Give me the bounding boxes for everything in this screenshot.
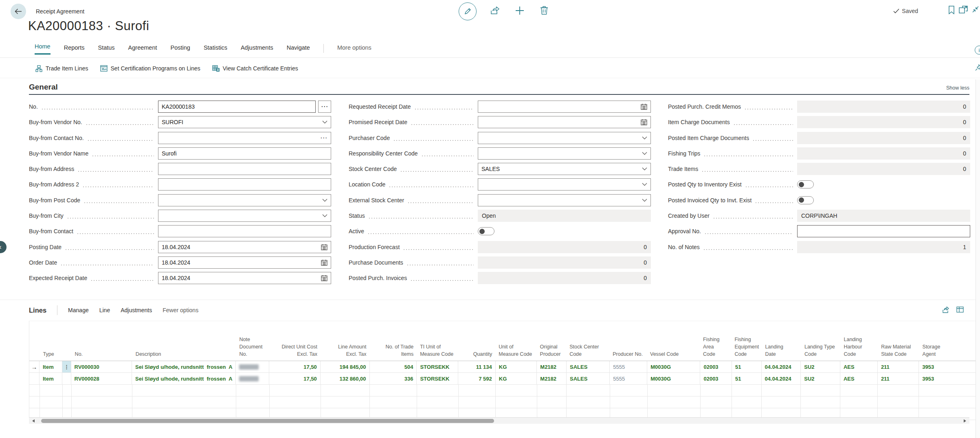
column-header-type[interactable]: Type	[40, 321, 63, 361]
field-input-buy-from-post-code[interactable]	[158, 194, 331, 206]
dropdown-glyph[interactable]	[642, 167, 647, 171]
cell-fishing_area[interactable]: 02003	[700, 373, 732, 384]
share-button[interactable]	[490, 6, 500, 15]
dropdown-glyph[interactable]	[322, 120, 327, 124]
field-input-buy-from-address[interactable]	[158, 163, 331, 175]
row-menu-cell[interactable]: ⋮	[62, 361, 71, 372]
cell-no[interactable]: RV000028	[71, 373, 132, 384]
cell-note-doc[interactable]	[236, 361, 269, 372]
tab-posting[interactable]: Posting	[171, 44, 190, 55]
cell-ti_uom[interactable]: STORSEKK	[417, 373, 458, 384]
cell-line_amount[interactable]: 132 860,00	[321, 373, 370, 384]
column-header-description[interactable]: Description	[132, 321, 236, 361]
lines-menu-adjustments[interactable]: Adjustments	[121, 307, 152, 313]
toggle-active[interactable]	[478, 227, 494, 235]
field-input-buy-from-vendor-no[interactable]: SUROFI	[158, 116, 331, 128]
field-value-posted-purch-credit-memos[interactable]: 0	[797, 101, 970, 113]
field-input-responsibility-center-code[interactable]	[478, 147, 651, 160]
field-value-purchase-documents[interactable]: 0	[478, 256, 651, 269]
collapse-pane-button[interactable]: ‹	[0, 241, 7, 253]
field-value-production-forecast[interactable]: 0	[478, 241, 651, 253]
column-header-producer_no[interactable]: Producer No.	[609, 321, 647, 361]
edit-button[interactable]	[459, 2, 477, 20]
field-value-posted-purch-invoices[interactable]: 0	[478, 272, 651, 284]
general-section-heading[interactable]: General	[29, 83, 58, 92]
vertical-scrollbar-track[interactable]	[976, 79, 980, 438]
field-input-order-date[interactable]: 18.04.2024	[158, 256, 331, 269]
field-input-purchaser-code[interactable]	[478, 132, 651, 144]
field-input-buy-from-city[interactable]	[158, 210, 331, 222]
ellipsis-icon[interactable]: ⋯	[320, 136, 327, 140]
cell-qty[interactable]: 7 592	[458, 373, 496, 384]
cell-unit_cost[interactable]: 17,50	[269, 373, 320, 384]
cell-description[interactable]: Sei Sløyd u/hode, rundsnitt frossen A	[132, 373, 236, 384]
column-header-stock_center[interactable]: Stock Center Code	[566, 321, 609, 361]
tab-navigate[interactable]: Navigate	[287, 44, 310, 55]
cell-qty[interactable]: 11 134	[458, 361, 496, 372]
cell-type[interactable]: Item	[40, 373, 62, 384]
assist-edit-button[interactable]: ⋯	[318, 101, 331, 113]
tab-statistics[interactable]: Statistics	[204, 44, 227, 55]
show-less-link[interactable]: Show less	[946, 85, 969, 91]
field-input-buy-from-contact-no[interactable]: ⋯	[158, 132, 331, 144]
toggle-posted-qty-to-inventory-exist[interactable]	[797, 180, 814, 188]
column-header-line_amount[interactable]: Line Amount Excl. Tax	[321, 321, 370, 361]
field-input-expected-receipt-date[interactable]: 18.04.2024	[158, 272, 331, 284]
cell-type[interactable]: Item	[40, 361, 62, 372]
field-input-location-code[interactable]	[478, 178, 651, 191]
field-value-fishing-trips[interactable]: 0	[797, 147, 970, 160]
share-lines-icon[interactable]	[942, 306, 949, 313]
cell-note-doc[interactable]	[236, 373, 269, 384]
column-header-raw_material_state[interactable]: Raw Material State Code	[878, 321, 919, 361]
cell-raw_material_state[interactable]: 211	[878, 361, 919, 372]
date-picker-button[interactable]	[321, 244, 327, 250]
cell-stock_center[interactable]: SALES	[567, 373, 610, 384]
new-button[interactable]	[515, 6, 525, 15]
field-value-no-of-notes[interactable]: 1	[797, 241, 970, 253]
field-value-item-charge-documents[interactable]: 0	[797, 116, 970, 128]
column-header-ti_uom[interactable]: TI Unit of Measure Code	[417, 321, 458, 361]
back-button[interactable]	[11, 4, 26, 19]
pin-icon[interactable]	[975, 64, 980, 71]
fewer-options-link[interactable]: Fewer options	[163, 307, 198, 313]
field-input-posting-date[interactable]: 18.04.2024	[158, 241, 331, 253]
column-header-orig_producer[interactable]: Original Producer	[537, 321, 567, 361]
bookmark-button[interactable]	[948, 6, 955, 14]
column-header-landing_date[interactable]: Landing Date	[762, 321, 801, 361]
cell-producer_no[interactable]: 5555	[610, 361, 647, 372]
lines-menu-line[interactable]: Line	[99, 307, 110, 313]
cell-vessel[interactable]: M0030G	[647, 361, 700, 372]
row-selector-cell[interactable]: →	[29, 361, 40, 372]
cell-uom[interactable]: KG	[496, 373, 537, 384]
column-header-uom[interactable]: Unit of Measure Code	[495, 321, 536, 361]
minimize-button[interactable]	[972, 6, 979, 13]
dropdown-glyph[interactable]	[642, 136, 647, 140]
field-input-stock-center-code[interactable]: SALES	[478, 163, 651, 175]
cell-fishing_area[interactable]: 02003	[700, 361, 732, 372]
cell-landing_type[interactable]: SU2	[801, 361, 840, 372]
cell-uom[interactable]: KG	[496, 361, 537, 372]
cell-line_amount[interactable]: 194 845,00	[321, 361, 370, 372]
trade-item-lines-button[interactable]: Trade Item Lines	[35, 65, 88, 72]
cell-fishing_equipment[interactable]: 51	[732, 361, 762, 372]
date-picker-button[interactable]	[321, 259, 327, 266]
cell-orig_producer[interactable]: M2182	[537, 361, 567, 372]
column-header-sel[interactable]	[29, 321, 40, 361]
field-input-buy-from-contact[interactable]	[158, 225, 331, 237]
field-input-external-stock-center[interactable]	[478, 194, 651, 206]
field-input-promised-receipt-date[interactable]	[478, 116, 651, 128]
cell-fishing_equipment[interactable]: 51	[732, 373, 762, 384]
dropdown-glyph[interactable]	[642, 152, 647, 155]
date-picker-button[interactable]	[321, 275, 327, 281]
column-header-landing_harbour[interactable]: Landing Harbour Code	[840, 321, 878, 361]
column-header-unit_cost[interactable]: Direct Unit Cost Excl. Tax	[270, 321, 321, 361]
open-in-new-window-button[interactable]	[959, 6, 968, 14]
field-value-posted-item-charge-documents[interactable]: 0	[797, 132, 970, 144]
cell-trade_items[interactable]: 504	[370, 361, 417, 372]
scroll-left-arrow[interactable]	[32, 419, 35, 423]
cell-stock_center[interactable]: SALES	[567, 361, 610, 372]
cell-vessel[interactable]: M0030G	[647, 373, 700, 384]
dropdown-glyph[interactable]	[642, 199, 647, 202]
cell-landing_date[interactable]: 04.04.2024	[762, 373, 801, 384]
field-value-trade-items[interactable]: 0	[797, 163, 970, 175]
